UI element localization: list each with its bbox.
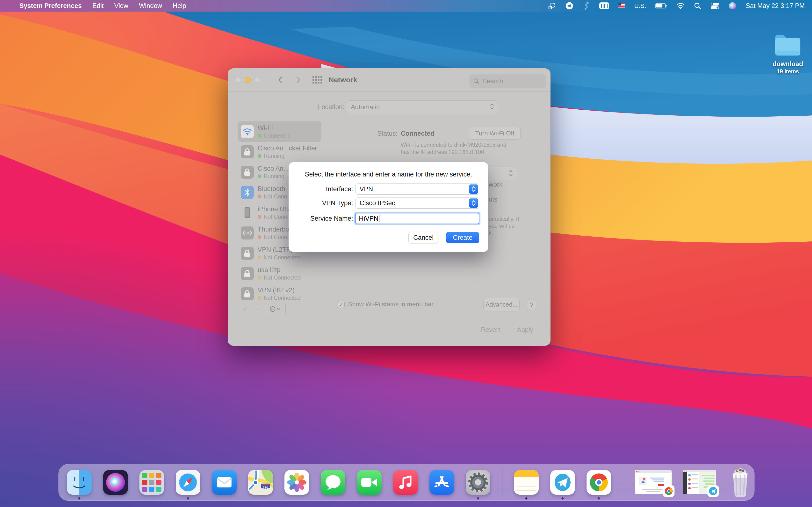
menu-clock[interactable]: Sat May 22 3:17 PM: [746, 2, 805, 10]
action-menu-button[interactable]: [265, 304, 286, 314]
folder-item-count: 19 items: [768, 68, 807, 75]
thunderbolt-bridge-icon: [241, 226, 254, 239]
dialog-message: Select the interface and enter a name fo…: [289, 171, 489, 178]
location-select[interactable]: Automatic: [346, 101, 498, 114]
turn-wifi-off-button[interactable]: Turn Wi-Fi Off: [469, 127, 520, 139]
barcode-icon[interactable]: [599, 0, 609, 12]
zoom-button[interactable]: [254, 77, 260, 83]
minimize-button[interactable]: [245, 77, 251, 83]
dock-telegram-minimized-window[interactable]: [683, 470, 716, 495]
dock-trash[interactable]: [728, 468, 753, 497]
dock-safari[interactable]: [176, 470, 200, 495]
dock-system-preferences[interactable]: [466, 470, 490, 495]
lock-icon: [241, 247, 254, 260]
back-button[interactable]: [275, 74, 286, 86]
title-bar: Network Search: [228, 68, 551, 92]
control-center-icon[interactable]: [710, 0, 719, 12]
interface-popup[interactable]: VPN: [355, 183, 479, 194]
menu-edit[interactable]: Edit: [92, 2, 104, 10]
dock-mail[interactable]: [212, 470, 237, 495]
battery-icon[interactable]: [655, 0, 667, 12]
vpn-type-popup[interactable]: Cisco IPSec: [355, 198, 479, 209]
service-row-usa-l2tp[interactable]: usa l2tp Not Connected: [238, 264, 321, 284]
cancel-button[interactable]: Cancel: [408, 232, 439, 243]
status-label: Status:: [358, 130, 398, 137]
dock-app-store[interactable]: [429, 470, 454, 495]
checkbox-label: Show Wi-Fi status in menu bar: [348, 300, 434, 308]
service-row-cisco-filter[interactable]: Cisco An...cket Filter Running: [238, 142, 321, 162]
menu-help[interactable]: Help: [173, 2, 186, 10]
advanced-button[interactable]: Advanced...: [483, 298, 520, 312]
service-name-value: HiVPN: [359, 215, 378, 222]
wifi-description: Wi-Fi is connected to dlink-M920-15e5 an…: [401, 141, 517, 156]
service-name: Cisco An...: [258, 165, 289, 172]
input-source-label[interactable]: U.S.: [635, 2, 646, 9]
location-value: Automatic: [351, 104, 379, 111]
dock-divider: [623, 468, 623, 497]
show-wifi-status-checkbox[interactable]: ✓ Show Wi-Fi status in menu bar: [338, 300, 434, 308]
dock-launchpad[interactable]: [140, 470, 164, 495]
search-input[interactable]: Search: [469, 74, 546, 88]
folder-label: download: [768, 60, 807, 68]
us-flag-icon[interactable]: [618, 0, 625, 12]
dock: 280: [58, 464, 755, 501]
remove-service-button[interactable]: −: [252, 304, 265, 314]
menu-window[interactable]: Window: [139, 2, 162, 10]
desktop-folder-download[interactable]: download 19 items: [768, 34, 807, 75]
status-dot: [258, 276, 261, 280]
dock-chrome-minimized-window[interactable]: [635, 470, 672, 495]
dock-music[interactable]: [393, 470, 418, 495]
siri-icon[interactable]: [729, 0, 737, 12]
dock-facetime[interactable]: [357, 470, 382, 495]
parallels-icon[interactable]: [548, 0, 556, 12]
desktop: System Preferences Edit View Window Help: [0, 0, 812, 507]
seahorse-icon[interactable]: [582, 0, 590, 12]
service-row-vpn-ikev2[interactable]: VPN (IKEv2) Not Connected: [238, 284, 321, 304]
dock-messages[interactable]: [321, 470, 345, 495]
dock-chrome[interactable]: [587, 470, 611, 495]
interface-value: VPN: [356, 185, 373, 193]
add-service-button[interactable]: +: [238, 304, 252, 314]
spotlight-search-icon[interactable]: [694, 0, 701, 12]
show-all-grid-icon[interactable]: [312, 75, 323, 86]
lock-icon: [241, 166, 254, 179]
create-button[interactable]: Create: [446, 232, 479, 243]
help-button[interactable]: ?: [526, 299, 537, 310]
service-status: Not Connected: [264, 275, 301, 281]
dock-finder[interactable]: [67, 470, 92, 495]
vpn-type-row: VPN Type: Cisco IPSec: [289, 198, 489, 209]
wifi-icon[interactable]: [676, 0, 684, 12]
window-title: Network: [329, 76, 357, 84]
dock-maps[interactable]: 280: [248, 470, 273, 495]
vpn-type-label: VPN Type:: [289, 200, 353, 207]
dock-siri[interactable]: [103, 470, 128, 495]
telegram-icon[interactable]: [565, 0, 573, 12]
stepper-icon: [489, 102, 495, 112]
service-name-input[interactable]: HiVPN: [355, 213, 479, 224]
menu-view[interactable]: View: [114, 2, 128, 10]
service-row-wifi[interactable]: Wi-Fi Connected: [238, 121, 321, 142]
obscured-text-network: work: [489, 181, 502, 188]
apply-button[interactable]: Apply: [517, 326, 534, 334]
dock-telegram[interactable]: [550, 470, 575, 495]
iphone-icon: [241, 206, 254, 219]
revert-button[interactable]: Revert: [481, 326, 500, 334]
menu-bar: System Preferences Edit View Window Help: [0, 0, 812, 12]
toolbar-spacer: [286, 304, 321, 314]
service-name-label: Service Name:: [289, 215, 353, 222]
folder-icon: [773, 34, 802, 57]
obscured-text-hotspots: ots: [489, 196, 497, 203]
dock-photos[interactable]: [285, 470, 309, 495]
menu-app-name[interactable]: System Preferences: [19, 2, 82, 10]
wifi-service-icon: [241, 125, 254, 138]
footer-divider: [238, 313, 541, 314]
status-dot: [258, 235, 261, 239]
close-button[interactable]: [235, 77, 241, 83]
interface-row: Interface: VPN: [289, 183, 489, 194]
search-placeholder: Search: [483, 77, 503, 85]
service-status: Not Conn...: [264, 193, 292, 200]
dock-notes[interactable]: [514, 470, 539, 495]
service-status: Not Conn...: [264, 234, 292, 240]
status-dot: [258, 256, 261, 259]
forward-button[interactable]: [293, 74, 303, 86]
